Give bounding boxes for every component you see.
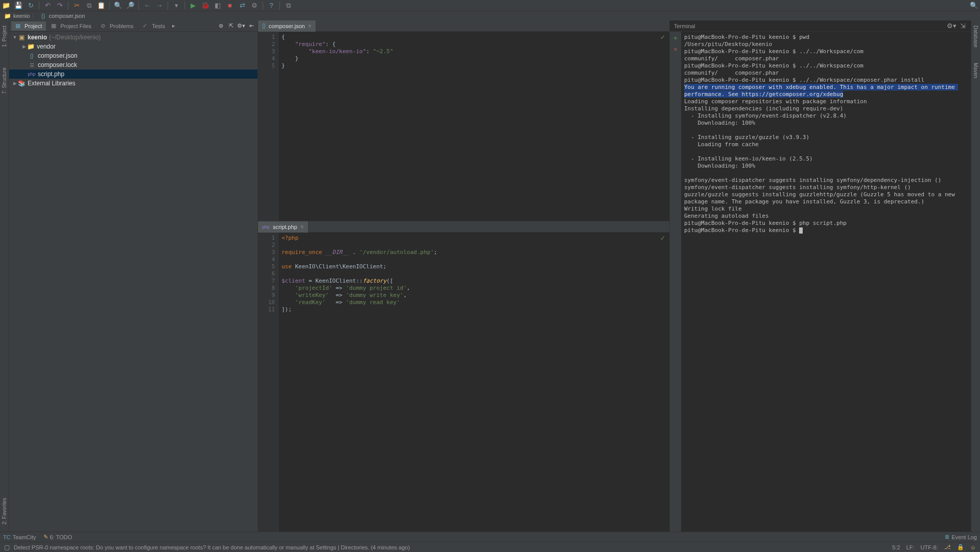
status-bar: ▢ Detect PSR-0 namespace roots: Do you w…: [0, 542, 980, 552]
rail-database[interactable]: Database: [973, 24, 978, 50]
project-tree: ▼ ▣ keenio (~/Desktop/keenio) ▶ 📁 vendor…: [9, 32, 258, 532]
debug-icon[interactable]: 🐞: [201, 2, 209, 10]
module-icon: ▣: [17, 33, 26, 41]
add-terminal-icon[interactable]: +: [671, 34, 680, 42]
terminal-output[interactable]: pitu@MacBook-Pro-de-Pitu keenio $ pwd /U…: [681, 32, 971, 532]
close-icon[interactable]: ×: [300, 223, 304, 231]
editor-bottom-code[interactable]: <?php require_once __DIR__ . '/vendor/au…: [278, 233, 669, 532]
tab-teamcity[interactable]: TC TeamCity: [3, 534, 36, 540]
event-log-icon: ≣: [945, 534, 949, 540]
copy-icon[interactable]: ⧉: [85, 2, 93, 10]
tree-file-script-php[interactable]: php script.php: [9, 70, 258, 79]
stop-icon[interactable]: ■: [226, 2, 234, 10]
main-toolbar: 📁 💾 ↻ ↶ ↷ ✂ ⧉ 📋 🔍 🔎 ← → ▾ ▶ 🐞 ◧ ■ ⇄ ⚙ ? …: [0, 0, 980, 11]
tab-todo[interactable]: ✎ 6: TODO: [43, 534, 73, 540]
scroll-from-source-icon[interactable]: ⊚: [217, 22, 225, 30]
files-view-icon: ▦: [51, 22, 58, 30]
status-line-ending[interactable]: LF:: [906, 544, 915, 550]
editor-tab-script[interactable]: php script.php ×: [258, 221, 309, 233]
project-tab-label: Project Files: [60, 23, 91, 29]
settings-icon[interactable]: ⚙: [250, 2, 259, 10]
tree-external-label: External Libraries: [28, 80, 75, 87]
status-encoding[interactable]: UTF-8:: [921, 544, 938, 550]
rail-maven[interactable]: Maven: [973, 61, 978, 80]
run-icon[interactable]: ▶: [189, 2, 197, 10]
inspection-ok-icon: ✓: [660, 235, 665, 242]
tree-root[interactable]: ▼ ▣ keenio (~/Desktop/keenio): [9, 33, 258, 42]
status-git-icon[interactable]: ⎇: [944, 544, 951, 550]
help-icon[interactable]: ?: [267, 2, 275, 10]
project-tab-problems[interactable]: ⊘ Problems: [97, 21, 137, 31]
chevron-right-icon: ▶: [12, 81, 17, 86]
project-panel-header: ▦ Project ▦ Project Files ⊘ Problems ✓ T…: [9, 20, 258, 32]
terminal-cursor: [799, 227, 803, 234]
breadcrumb-project[interactable]: 📁 keenio: [4, 12, 30, 19]
status-message: Detect PSR-0 namespace roots: Do you wan…: [14, 544, 410, 550]
tree-file-composer-lock[interactable]: ☰ composer.lock: [9, 60, 258, 70]
open-icon[interactable]: 📁: [2, 2, 10, 10]
sync-icon[interactable]: ↻: [27, 2, 35, 10]
undo-icon[interactable]: ↶: [43, 2, 52, 10]
rail-favorites[interactable]: 2: Favorites: [2, 496, 7, 526]
tree-file-composer-json[interactable]: {} composer.json: [9, 51, 258, 60]
status-hector-icon[interactable]: ☺: [970, 544, 976, 550]
php-file-icon: php: [262, 224, 270, 229]
terminal-hide-icon[interactable]: ⇲: [959, 22, 967, 30]
window-icon[interactable]: ⧉: [284, 2, 292, 10]
panel-settings-icon[interactable]: ⚙▾: [237, 22, 245, 30]
project-tab-tests[interactable]: ✓ Tests: [138, 21, 169, 31]
rail-structure[interactable]: 7: Structure: [2, 65, 7, 96]
editor-bottom-tabs: php script.php ×: [258, 221, 669, 233]
editor-tab-label: composer.json: [269, 23, 305, 29]
coverage-icon[interactable]: ◧: [214, 2, 222, 10]
project-tab-files[interactable]: ▦ Project Files: [47, 21, 96, 31]
vcs-icon[interactable]: ⇄: [238, 2, 246, 10]
tree-vendor[interactable]: ▶ 📁 vendor: [9, 42, 258, 51]
redo-icon[interactable]: ↷: [56, 2, 64, 10]
json-file-icon: {}: [262, 23, 266, 29]
breadcrumb-file[interactable]: {} composer.json: [39, 12, 85, 19]
collapse-all-icon[interactable]: ⇱: [227, 22, 235, 30]
find-icon[interactable]: 🔍: [114, 2, 122, 10]
chevron-down-icon: ▼: [12, 35, 17, 40]
inspection-ok-icon: ✓: [660, 34, 665, 41]
project-tab-label: Tests: [152, 23, 165, 29]
project-tab-project[interactable]: ▦ Project: [11, 21, 46, 31]
tests-icon: ✓: [143, 22, 150, 30]
more-tabs-icon[interactable]: ▸: [170, 21, 177, 30]
left-tool-rail: 1: Project 7: Structure 2: Favorites: [0, 20, 9, 532]
replace-icon[interactable]: 🔎: [126, 2, 134, 10]
todo-icon: ✎: [43, 534, 48, 540]
run-config-icon[interactable]: ▾: [172, 2, 180, 10]
close-terminal-icon[interactable]: ×: [671, 45, 680, 53]
tab-label: Event Log: [951, 534, 977, 540]
close-icon[interactable]: ×: [308, 22, 312, 30]
editor-tab-composer[interactable]: {} composer.json ×: [258, 20, 316, 32]
tree-external-libs[interactable]: ▶ 📚 External Libraries: [9, 79, 258, 88]
cut-icon[interactable]: ✂: [73, 2, 81, 10]
paste-icon[interactable]: 📋: [97, 2, 105, 10]
tab-label: 6: TODO: [50, 534, 73, 540]
php-file-icon: php: [28, 70, 36, 78]
status-menu-icon[interactable]: ▢: [4, 544, 10, 551]
folder-icon: 📁: [4, 12, 11, 19]
tab-event-log[interactable]: ≣ Event Log: [945, 534, 977, 540]
back-icon[interactable]: ←: [143, 2, 151, 10]
status-cursor-pos[interactable]: 5:2: [892, 544, 900, 550]
tree-file-label: composer.lock: [38, 61, 77, 68]
editor-top-code[interactable]: { "require": { "keen-io/keen-io": "~2.5"…: [278, 32, 669, 221]
rail-project[interactable]: 1: Project: [2, 24, 7, 49]
terminal-settings-icon[interactable]: ⚙▾: [947, 22, 955, 30]
editor-top-tabs: {} composer.json ×: [258, 20, 669, 32]
save-icon[interactable]: 💾: [14, 2, 22, 10]
tab-label: TeamCity: [13, 534, 36, 540]
tree-vendor-label: vendor: [37, 43, 56, 50]
breadcrumb-file-label: composer.json: [49, 13, 85, 19]
folder-icon: 📁: [27, 42, 35, 51]
project-tab-label: Problems: [110, 23, 133, 29]
forward-icon[interactable]: →: [155, 2, 164, 10]
search-everywhere-icon[interactable]: 🔍: [970, 2, 978, 10]
status-lock-icon[interactable]: 🔒: [957, 544, 964, 550]
editor-area: {} composer.json × 1 2 3 4 5: [258, 20, 669, 532]
hide-panel-icon[interactable]: ⇤: [247, 22, 255, 30]
